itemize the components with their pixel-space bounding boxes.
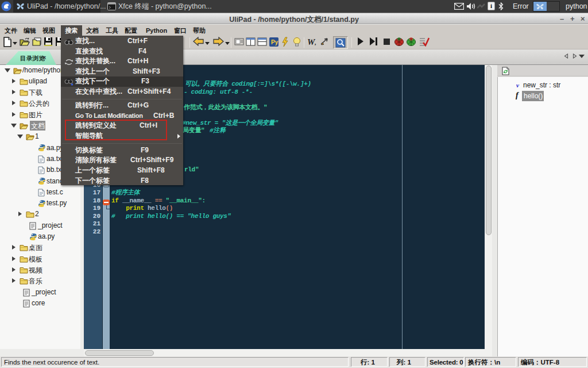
svg-text:Py: Py — [271, 39, 278, 45]
